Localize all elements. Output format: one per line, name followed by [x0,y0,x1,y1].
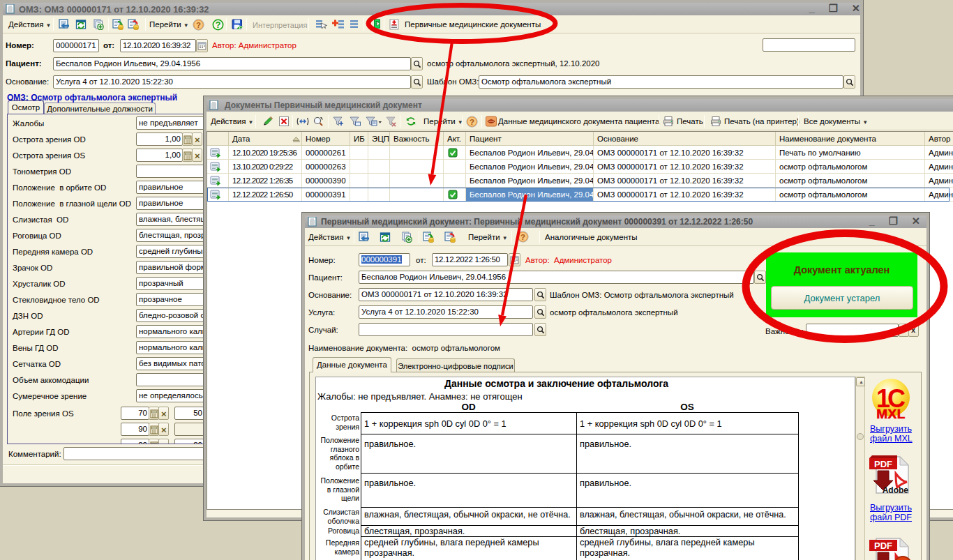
svg-text:Adobe: Adobe [883,485,909,495]
svg-text:?: ? [216,20,221,30]
svg-text:?: ? [196,21,201,29]
svg-text:?: ? [520,233,525,241]
svg-text:?: ? [470,118,474,126]
svg-text:PDF: PDF [874,459,892,469]
svg-text:PDF: PDF [874,540,892,551]
